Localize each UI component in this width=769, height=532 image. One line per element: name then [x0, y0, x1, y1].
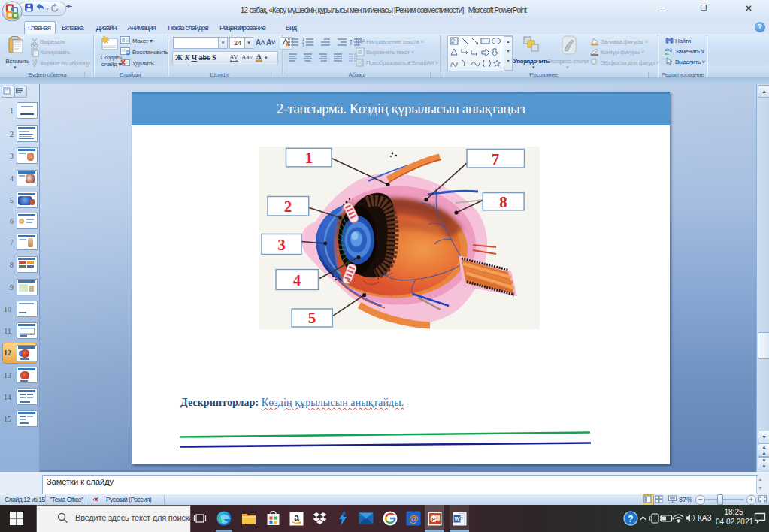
svg-text:7: 7: [492, 150, 500, 168]
svg-text:a: a: [294, 512, 299, 523]
svg-text:W: W: [454, 515, 460, 522]
svg-text:@: @: [409, 513, 419, 524]
svg-text:▾: ▾: [265, 55, 268, 60]
svg-text:4: 4: [293, 271, 301, 289]
svg-text:5: 5: [308, 308, 316, 326]
svg-text:A: A: [256, 53, 262, 60]
svg-text:?: ?: [628, 514, 633, 524]
svg-text:2: 2: [284, 197, 292, 215]
svg-text:A: A: [362, 38, 365, 45]
svg-text:3: 3: [277, 235, 286, 253]
svg-text:ac: ac: [665, 51, 669, 55]
svg-text:P: P: [431, 516, 436, 523]
svg-text:1: 1: [305, 149, 313, 167]
svg-text:Aa˅: Aa˅: [241, 53, 253, 61]
svg-text:AV: AV: [229, 53, 238, 61]
svg-text:8: 8: [499, 193, 507, 211]
svg-text:3: 3: [302, 43, 304, 47]
